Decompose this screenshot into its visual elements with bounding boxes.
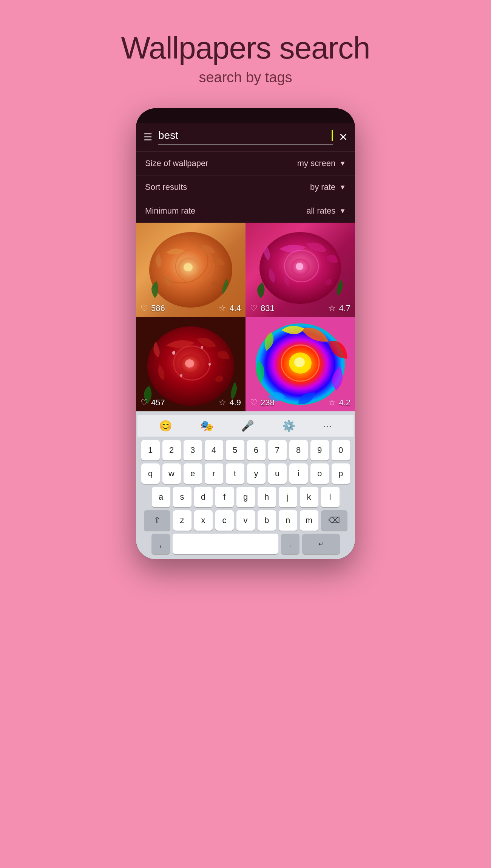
key-4[interactable]: 4 bbox=[205, 440, 223, 460]
heart-icon-3[interactable]: ♡ bbox=[141, 398, 148, 408]
size-filter-row: Size of wallpaper my screen ▼ bbox=[136, 151, 355, 175]
key-s[interactable]: s bbox=[173, 487, 191, 507]
search-input[interactable]: best bbox=[158, 129, 331, 142]
image-cell-4[interactable]: ♡ 238 ☆ 4.2 bbox=[246, 317, 355, 411]
key-n[interactable]: n bbox=[279, 510, 297, 531]
key-d[interactable]: d bbox=[194, 487, 213, 507]
search-bar: ☰ best ✕ bbox=[136, 123, 355, 151]
key-x[interactable]: x bbox=[194, 510, 213, 531]
comma-key[interactable]: , bbox=[151, 534, 170, 554]
image-overlay-2: ♡ 831 ☆ 4.7 bbox=[246, 300, 355, 317]
key-u[interactable]: u bbox=[268, 463, 287, 484]
key-w[interactable]: w bbox=[162, 463, 181, 484]
phone-notch bbox=[223, 111, 268, 120]
enter-key[interactable]: ↵ bbox=[302, 534, 340, 554]
key-c[interactable]: c bbox=[215, 510, 234, 531]
key-row-2: a s d f g h j k l bbox=[137, 487, 354, 507]
rate-filter-dropdown[interactable]: all rates ▼ bbox=[306, 206, 346, 216]
key-7[interactable]: 7 bbox=[268, 440, 287, 460]
rating-1: ☆ 4.4 bbox=[219, 303, 241, 313]
emoji-icon[interactable]: 😊 bbox=[159, 420, 172, 432]
image-overlay-1: ♡ 586 ☆ 4.4 bbox=[136, 300, 246, 317]
key-e[interactable]: e bbox=[184, 463, 202, 484]
rate-dropdown-arrow: ▼ bbox=[339, 207, 346, 215]
key-row-1: q w e r t y u i o p bbox=[137, 463, 354, 484]
key-a[interactable]: a bbox=[152, 487, 170, 507]
rate-filter-label: Minimum rate bbox=[145, 206, 195, 216]
likes-4: ♡ 238 bbox=[250, 398, 275, 408]
svg-point-4 bbox=[184, 263, 193, 271]
key-0[interactable]: 0 bbox=[332, 440, 350, 460]
key-row-3: ⇧ z x c v b n m ⌫ bbox=[137, 510, 354, 531]
period-key[interactable]: . bbox=[281, 534, 300, 554]
svg-point-8 bbox=[296, 263, 303, 270]
key-j[interactable]: j bbox=[279, 487, 297, 507]
svg-point-16 bbox=[208, 363, 211, 366]
key-q[interactable]: q bbox=[141, 463, 160, 484]
key-i[interactable]: i bbox=[289, 463, 308, 484]
key-t[interactable]: t bbox=[226, 463, 244, 484]
settings-icon[interactable]: ⚙️ bbox=[282, 420, 295, 432]
text-cursor bbox=[332, 130, 333, 141]
heart-icon-1[interactable]: ♡ bbox=[141, 303, 148, 313]
key-v[interactable]: v bbox=[236, 510, 255, 531]
image-overlay-3: ♡ 457 ☆ 4.9 bbox=[136, 394, 246, 411]
key-5[interactable]: 5 bbox=[226, 440, 244, 460]
hamburger-icon[interactable]: ☰ bbox=[144, 131, 152, 143]
svg-point-22 bbox=[294, 357, 305, 367]
star-icon-1: ☆ bbox=[219, 303, 226, 313]
rate-filter-value: all rates bbox=[306, 206, 335, 216]
key-g[interactable]: g bbox=[236, 487, 255, 507]
image-grid: ♡ 586 ☆ 4.4 bbox=[136, 223, 355, 411]
keyboard-toolbar: 😊 🎭 🎤 ⚙️ ··· bbox=[137, 415, 354, 437]
key-r[interactable]: r bbox=[205, 463, 223, 484]
image-overlay-4: ♡ 238 ☆ 4.2 bbox=[246, 394, 355, 411]
key-f[interactable]: f bbox=[215, 487, 234, 507]
space-key[interactable] bbox=[173, 534, 278, 554]
image-cell-1[interactable]: ♡ 586 ☆ 4.4 bbox=[136, 223, 246, 317]
sort-filter-row: Sort results by rate ▼ bbox=[136, 175, 355, 199]
backspace-key[interactable]: ⌫ bbox=[321, 510, 347, 531]
key-9[interactable]: 9 bbox=[310, 440, 329, 460]
key-p[interactable]: p bbox=[332, 463, 350, 484]
close-icon[interactable]: ✕ bbox=[339, 131, 347, 143]
search-input-wrapper[interactable]: best bbox=[158, 129, 333, 145]
key-l[interactable]: l bbox=[321, 487, 340, 507]
rating-value-2: 4.7 bbox=[339, 303, 350, 313]
key-y[interactable]: y bbox=[247, 463, 266, 484]
likes-3: ♡ 457 bbox=[141, 398, 165, 408]
sort-dropdown-arrow: ▼ bbox=[339, 183, 346, 191]
key-k[interactable]: k bbox=[300, 487, 318, 507]
image-cell-3[interactable]: ♡ 457 ☆ 4.9 bbox=[136, 317, 246, 411]
page-subtitle: search by tags bbox=[199, 69, 292, 86]
key-8[interactable]: 8 bbox=[289, 440, 308, 460]
sort-filter-label: Sort results bbox=[145, 182, 187, 192]
key-b[interactable]: b bbox=[258, 510, 276, 531]
size-filter-dropdown[interactable]: my screen ▼ bbox=[297, 159, 346, 168]
heart-icon-4[interactable]: ♡ bbox=[250, 398, 258, 408]
phone-frame: ☰ best ✕ Size of wallpaper my screen ▼ S… bbox=[136, 108, 355, 559]
key-3[interactable]: 3 bbox=[184, 440, 202, 460]
rating-value-1: 4.4 bbox=[229, 303, 241, 313]
shift-key[interactable]: ⇧ bbox=[144, 510, 170, 531]
key-h[interactable]: h bbox=[258, 487, 276, 507]
sticker-icon[interactable]: 🎭 bbox=[200, 420, 213, 432]
key-m[interactable]: m bbox=[300, 510, 318, 531]
svg-point-14 bbox=[172, 351, 175, 355]
likes-count-1: 586 bbox=[151, 303, 165, 313]
image-cell-2[interactable]: ♡ 831 ☆ 4.7 bbox=[246, 223, 355, 317]
microphone-icon[interactable]: 🎤 bbox=[241, 420, 254, 432]
number-row: 1 2 3 4 5 6 7 8 9 0 bbox=[137, 440, 354, 460]
more-icon[interactable]: ··· bbox=[323, 420, 332, 432]
key-1[interactable]: 1 bbox=[141, 440, 160, 460]
key-z[interactable]: z bbox=[173, 510, 191, 531]
rating-value-4: 4.2 bbox=[339, 398, 350, 408]
sort-filter-dropdown[interactable]: by rate ▼ bbox=[310, 182, 346, 192]
key-6[interactable]: 6 bbox=[247, 440, 266, 460]
key-2[interactable]: 2 bbox=[162, 440, 181, 460]
svg-point-15 bbox=[201, 346, 203, 349]
size-filter-label: Size of wallpaper bbox=[145, 159, 208, 168]
key-o[interactable]: o bbox=[310, 463, 329, 484]
phone-top-bar bbox=[136, 108, 355, 123]
heart-icon-2[interactable]: ♡ bbox=[250, 303, 258, 313]
